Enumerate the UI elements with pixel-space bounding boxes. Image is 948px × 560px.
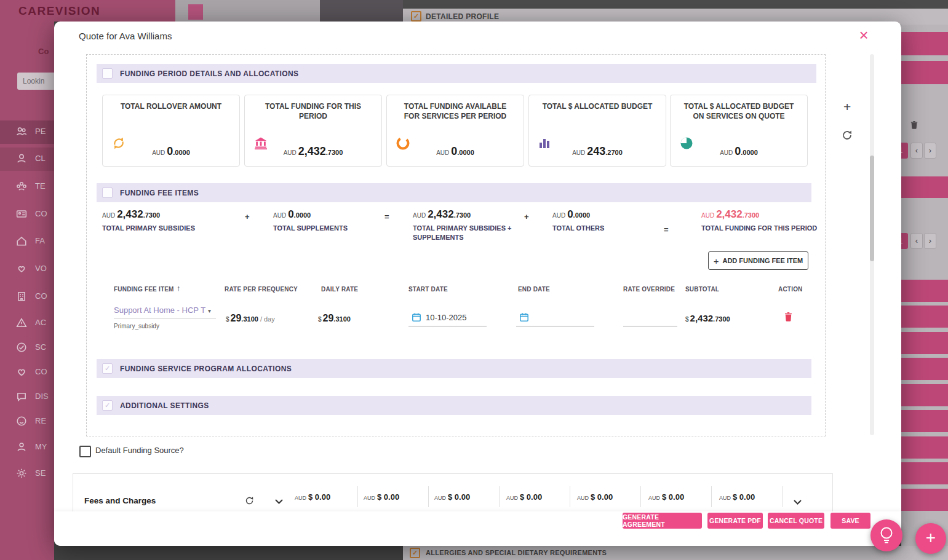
section-header-additional-settings[interactable]: ✓ ADDITIONAL SETTINGS — [97, 396, 811, 415]
sidebar-item-discussions[interactable]: DIS — [0, 385, 54, 409]
quote-modal: Quote for Ava Williams × + FUNDING PERIO… — [54, 22, 901, 546]
fee-amount: AUD$ 0.00 — [506, 491, 542, 502]
gear-icon — [16, 468, 27, 479]
plus-icon: + — [926, 528, 936, 547]
fees-and-charges-row: Fees and Charges AUD$ 0.00 AUD$ 0.00 AUD… — [73, 473, 833, 512]
section-header-program-allocations[interactable]: ✓ FUNDING SERVICE PROGRAM ALLOCATIONS — [97, 359, 811, 378]
col-daily-rate: DAILY RATE — [321, 286, 358, 293]
sidebar-item-clients[interactable]: CL — [0, 148, 54, 171]
generate-agreement-button[interactable]: GENERATE AGREEMENT — [623, 513, 702, 529]
allergies-header: ✓ ALLERGIES AND SPECIAL DIETARY REQUIREM… — [403, 546, 948, 560]
background-action-button[interactable] — [901, 61, 948, 84]
background-action-button[interactable] — [901, 332, 948, 354]
background-action-button[interactable] — [901, 358, 948, 380]
divider — [782, 486, 783, 507]
plus-icon: + — [714, 256, 719, 266]
divider — [357, 486, 358, 507]
end-date-input[interactable] — [516, 325, 594, 326]
collapse-checkbox-icon[interactable] — [102, 68, 113, 79]
sidebar-item-teams[interactable]: TE — [0, 175, 54, 199]
help-lightbulb-button[interactable] — [870, 519, 902, 551]
delete-icon[interactable] — [910, 120, 918, 130]
divider — [428, 486, 429, 507]
sidebar-item-accidents[interactable]: AC — [0, 312, 54, 335]
collapse-checkbox-icon[interactable] — [102, 187, 113, 198]
collapse-checkbox-icon[interactable]: ✓ — [102, 400, 113, 411]
next-page-button[interactable]: › — [924, 233, 936, 249]
start-date-value[interactable]: 10-10-2025 — [426, 313, 467, 322]
modal-title: Quote for Ava Williams — [79, 31, 172, 41]
sidebar-item-people[interactable]: PE — [0, 120, 54, 144]
pagination: 1 ‹ › — [901, 143, 948, 159]
background-action-button[interactable] — [901, 306, 948, 328]
rate-override-input[interactable] — [623, 325, 677, 326]
start-date-input[interactable] — [408, 325, 487, 326]
rate-per-frequency-value: $29.3100/ day — [226, 313, 275, 324]
cancel-quote-button[interactable]: CANCEL QUOTE — [768, 513, 824, 529]
background-action-button[interactable] — [901, 436, 948, 459]
sidebar-item-volunteers[interactable]: VO — [0, 258, 54, 281]
card-allocated-on-quote: TOTAL $ ALLOCATED BUDGET ON SERVICES ON … — [670, 95, 808, 167]
generate-pdf-button[interactable]: GENERATE PDF — [707, 513, 763, 529]
formula-operator: = — [664, 225, 669, 234]
brand-logo: CAREVISION — [18, 4, 100, 18]
section-header-funding-period[interactable]: FUNDING PERIOD DETAILS AND ALLOCATIONS — [97, 64, 816, 83]
prev-page-button[interactable]: ‹ — [910, 233, 923, 249]
background-action-button[interactable] — [901, 384, 948, 406]
col-end-date: END DATE — [518, 286, 550, 293]
sidebar-item-care[interactable]: CO — [0, 361, 54, 384]
add-new-fab[interactable]: + — [915, 523, 946, 554]
sidebar-item-contacts[interactable]: CO — [0, 203, 54, 226]
chevron-down-icon[interactable] — [794, 500, 802, 505]
fee-item-select[interactable]: Support At Home - HCP T▾ — [114, 304, 216, 318]
divider — [711, 486, 712, 507]
refresh-icon[interactable] — [842, 130, 853, 141]
background-action-button[interactable] — [901, 410, 948, 432]
chevron-down-icon[interactable] — [275, 499, 283, 504]
formula-total-funding: AUD2,432.7300 TOTAL FUNDING FOR THIS PER… — [701, 208, 843, 233]
background-action-button[interactable] — [901, 32, 948, 55]
fee-amount: AUD$ 0.00 — [577, 491, 613, 502]
add-funding-fee-item-button[interactable]: + ADD FUNDING FEE ITEM — [708, 251, 808, 270]
alert-triangle-icon — [16, 317, 27, 328]
building-icon — [16, 291, 27, 302]
sidebar-item-settings[interactable]: SE — [0, 462, 54, 486]
sidebar-item-reports[interactable]: RE — [0, 410, 54, 433]
prev-page-button[interactable]: ‹ — [910, 143, 923, 159]
col-funding-fee-item[interactable]: FUNDING FEE ITEM — [114, 286, 174, 293]
chat-bubble-icon — [16, 391, 27, 402]
background-action-button[interactable] — [901, 280, 948, 302]
background-action-button[interactable] — [901, 489, 948, 511]
collapse-checkbox-icon[interactable]: ✓ — [102, 363, 113, 374]
add-funding-period-button[interactable]: + — [843, 100, 851, 114]
next-page-button[interactable]: › — [924, 143, 936, 159]
background-content-strip: 1 ‹ › 1 ‹ › — [901, 25, 948, 546]
background-gap — [54, 546, 403, 560]
person-icon — [16, 441, 27, 452]
allergies-title: ALLERGIES AND SPECIAL DIETARY REQUIREMEN… — [426, 549, 607, 556]
smiley-icon — [16, 416, 27, 427]
default-funding-checkbox[interactable] — [79, 446, 91, 457]
background-action-button[interactable] — [901, 176, 948, 198]
background-action-button[interactable] — [901, 462, 948, 484]
section-header-fee-items[interactable]: FUNDING FEE ITEMS — [97, 183, 811, 202]
sort-ascending-icon[interactable]: ↑ — [177, 283, 181, 293]
refresh-icon[interactable] — [245, 496, 254, 505]
sidebar-item-facilities[interactable]: FA — [0, 230, 54, 253]
formula-primary-plus-supplements: AUD2,432.7300 TOTAL PRIMARY SUBSIDIES + … — [413, 208, 522, 243]
modal-scrollbar — [870, 54, 874, 435]
sidebar-item-my-account[interactable]: MY — [0, 436, 54, 459]
card-value: AUD2,432.7300 — [245, 145, 381, 158]
delete-fee-item-icon[interactable] — [784, 312, 793, 322]
sidebar-item-companies[interactable]: CO — [0, 285, 54, 309]
divider — [570, 486, 570, 507]
close-icon[interactable]: × — [854, 25, 874, 45]
calendar-icon[interactable] — [519, 312, 529, 322]
scrollbar-thumb[interactable] — [870, 156, 874, 261]
card-value: AUD243.2700 — [529, 145, 666, 158]
card-total-rollover: TOTAL ROLLOVER AMOUNT AUD0.0000 — [102, 95, 240, 167]
calendar-icon[interactable] — [412, 312, 421, 322]
save-button[interactable]: SAVE — [830, 513, 870, 529]
app-sidebar: Co Lookin PE CL TE CO FA VO CO — [0, 0, 54, 560]
sidebar-item-schedule[interactable]: SC — [0, 336, 54, 360]
